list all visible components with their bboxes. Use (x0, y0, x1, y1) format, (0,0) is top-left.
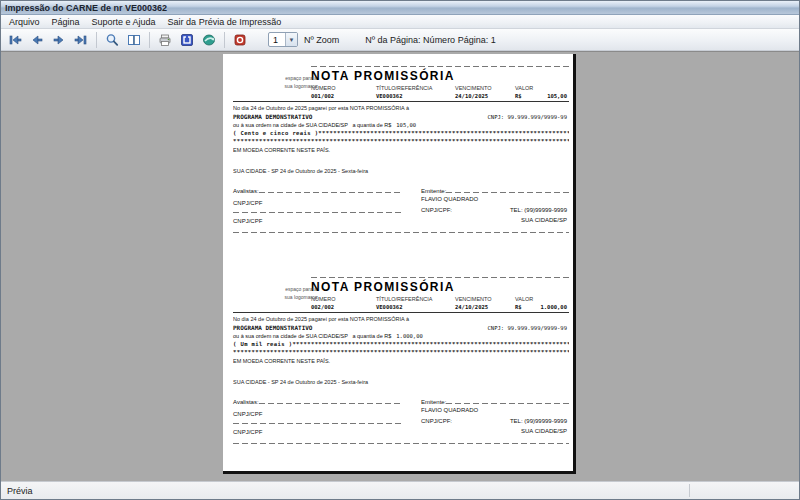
menu-arquivo[interactable]: Arquivo (4, 16, 45, 28)
filler-line: ****************************************… (233, 138, 569, 144)
titulo-value: VE000362 (376, 93, 455, 99)
note-header-columns: NÚMERO 002/002 TÍTULO/REFERÊNCIA VE00036… (311, 296, 569, 310)
chevron-down-icon[interactable]: ▼ (285, 33, 297, 46)
amount-in-words: ( Cento e cinco reais )*****************… (233, 130, 569, 136)
emitente-cnpj-label: CNPJ/CPF: (421, 418, 452, 424)
app-window: { "window": { "title": "Impressão do CAR… (0, 0, 800, 500)
valor-value: 105,00 (547, 93, 567, 99)
note-title: NOTA PROMISSÓRIA (311, 69, 569, 83)
order-line: ou à sua ordem na cidade de SUA CIDADE/S… (233, 333, 391, 339)
status-text: Prévia (7, 486, 33, 496)
emitente-tel: TEL: (99)99999-9999 (510, 207, 567, 213)
note-header: NOTA PROMISSÓRIA NÚMERO 001/002 TÍTULO/R… (311, 66, 569, 99)
signature-line (446, 403, 569, 404)
status-bar: Prévia (1, 481, 799, 499)
header-rule (233, 312, 569, 313)
zoom-select[interactable]: 1 ▼ (268, 32, 298, 47)
menu-sair-previa[interactable]: Sair da Prévia de Impressão (163, 16, 287, 28)
print-button[interactable] (155, 31, 175, 49)
menu-suporte-ajuda[interactable]: Suporte e Ajuda (87, 16, 161, 28)
numero-value: 002/002 (311, 304, 376, 310)
note-header: NOTA PROMISSÓRIA NÚMERO 002/002 TÍTULO/R… (311, 277, 569, 310)
cnpj-cpf-label: CNPJ/CPF (233, 429, 401, 435)
city-date-line: SUA CIDADE - SP 24 de Outubro de 2025 - … (233, 168, 569, 174)
valor-currency: R$ (515, 93, 522, 99)
note-header-columns: NÚMERO 001/002 TÍTULO/REFERÊNCIA VE00036… (311, 85, 569, 99)
toolbar-separator (149, 32, 150, 48)
logo-hint-line: espaço para a (277, 286, 325, 294)
toolbar: 1 ▼ Nº Zoom Nº da Página: Número Página:… (1, 29, 799, 51)
previous-page-icon (29, 32, 45, 48)
promise-line: No dia 24 de Outubro de 2025 pagarei por… (233, 105, 569, 111)
exit-icon (232, 32, 248, 48)
printer-icon (157, 32, 173, 48)
emitente-city: SUA CIDADE/SP (421, 428, 567, 434)
title-bar: Impressão do CARNE de nr VE000362 (1, 1, 799, 15)
zoom-button[interactable] (102, 31, 122, 49)
logo-hint-line: sua logomarca (277, 294, 325, 302)
valor-label: VALOR (515, 85, 569, 91)
menu-pagina[interactable]: Página (47, 16, 85, 28)
emitente-tel: TEL: (99)99999-9999 (510, 418, 567, 424)
promissory-note-1: espaço para a sua logomarca NOTA PROMISS… (233, 66, 569, 260)
first-page-icon (7, 32, 23, 48)
city-date-line: SUA CIDADE - SP 24 de Outubro de 2025 - … (233, 379, 569, 385)
logo-placeholder: espaço para a sua logomarca (277, 286, 325, 301)
previous-page-button[interactable] (27, 31, 47, 49)
signatures-section: Avalistas: CNPJ/CPF CNPJ/CPF Emitente: F… (233, 399, 569, 435)
toolbar-separator (224, 32, 225, 48)
vencimento-label: VENCIMENTO (455, 296, 515, 302)
logo-placeholder: espaço para a sua logomarca (277, 75, 325, 90)
currency-line: EM MOEDA CORRENTE NESTE PAÍS. (233, 358, 569, 364)
valor-currency: R$ (515, 304, 522, 310)
export-icon (201, 32, 217, 48)
numero-value: 001/002 (311, 93, 376, 99)
signatures-section: Avalistas: CNPJ/CPF CNPJ/CPF Emitente: F… (233, 188, 569, 224)
printer-setup-button[interactable] (177, 31, 197, 49)
page-number-label: Nº da Página: Número Página: 1 (365, 35, 495, 45)
vencimento-label: VENCIMENTO (455, 85, 515, 91)
first-page-button[interactable] (5, 31, 25, 49)
titulo-label: TÍTULO/REFERÊNCIA (376, 296, 455, 302)
titulo-value: VE000362 (376, 304, 455, 310)
zoom-select-value: 1 (269, 35, 285, 45)
signature-line (446, 192, 569, 193)
avalistas-label: Avalistas: (233, 399, 259, 405)
signature-line (259, 192, 401, 193)
last-page-button[interactable] (71, 31, 91, 49)
last-page-icon (73, 32, 89, 48)
emitente-name: FLAVIO QUADRADO (421, 407, 569, 413)
emitente-label: Emitente: (421, 399, 446, 405)
emitente-city: SUA CIDADE/SP (421, 217, 567, 223)
vencimento-value: 24/10/2025 (455, 93, 515, 99)
valor-value: 1.000,00 (541, 304, 568, 310)
cnpj-cpf-label: CNPJ/CPF (233, 411, 401, 417)
beneficiary-name: PROGRAMA DEMONSTRATIVO (233, 113, 312, 120)
next-page-button[interactable] (49, 31, 69, 49)
status-panel-divider (689, 484, 690, 497)
magnifier-icon (104, 32, 120, 48)
promise-line: No dia 24 de Outubro de 2025 pagarei por… (233, 316, 569, 322)
window-title: Impressão do CARNE de nr VE000362 (5, 3, 167, 13)
vencimento-value: 24/10/2025 (455, 304, 515, 310)
logo-hint-line: espaço para a (277, 75, 325, 83)
titulo-label: TÍTULO/REFERÊNCIA (376, 85, 455, 91)
emitente-name: FLAVIO QUADRADO (421, 196, 569, 202)
exit-preview-button[interactable] (230, 31, 250, 49)
zoom-label: Nº Zoom (304, 35, 339, 45)
export-button[interactable] (199, 31, 219, 49)
note-cut-line (233, 232, 569, 233)
order-value: 105,00 (396, 122, 416, 128)
document-page: espaço para a sua logomarca NOTA PROMISS… (223, 54, 576, 474)
note-title: NOTA PROMISSÓRIA (311, 280, 569, 294)
logo-hint-line: sua logomarca (277, 83, 325, 91)
printer-setup-icon (179, 32, 195, 48)
signature-line (259, 403, 401, 404)
cut-line (311, 66, 569, 67)
beneficiary-cnpj: CNPJ: 99.999.999/9999-99 (488, 325, 567, 331)
two-pages-button[interactable] (124, 31, 144, 49)
signature-line (233, 212, 401, 213)
promissory-note-2: espaço para a sua logomarca NOTA PROMISS… (233, 277, 569, 471)
signature-line (233, 423, 401, 424)
header-rule (233, 101, 569, 102)
